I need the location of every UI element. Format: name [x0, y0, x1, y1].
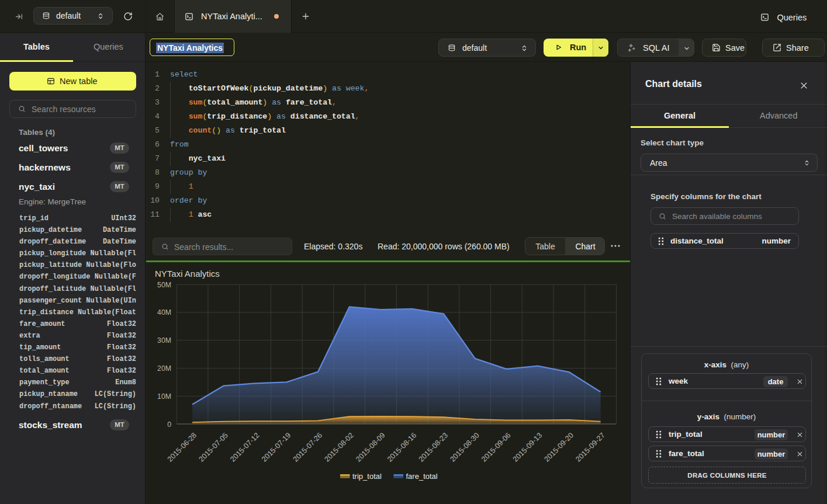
svg-text:trip_total: trip_total — [352, 472, 382, 481]
svg-text:2015-06-28: 2015-06-28 — [166, 431, 198, 463]
svg-text:40M: 40M — [157, 308, 171, 317]
svg-text:2015-09-20: 2015-09-20 — [543, 431, 575, 463]
svg-text:0: 0 — [167, 420, 171, 429]
svg-text:2015-07-05: 2015-07-05 — [197, 431, 229, 463]
svg-text:2015-08-30: 2015-08-30 — [448, 431, 480, 463]
svg-text:2015-08-23: 2015-08-23 — [417, 431, 449, 463]
svg-text:2015-09-06: 2015-09-06 — [480, 431, 512, 463]
svg-text:fare_total: fare_total — [406, 472, 438, 481]
svg-text:NYTaxi Analytics: NYTaxi Analytics — [155, 269, 220, 279]
svg-text:2015-08-09: 2015-08-09 — [354, 431, 386, 463]
svg-text:2015-08-02: 2015-08-02 — [323, 431, 355, 463]
svg-text:20M: 20M — [157, 364, 171, 373]
svg-text:10M: 10M — [157, 392, 171, 401]
svg-text:2015-07-12: 2015-07-12 — [229, 431, 261, 463]
svg-text:30M: 30M — [157, 336, 171, 345]
svg-text:2015-07-19: 2015-07-19 — [260, 431, 292, 463]
svg-text:2015-09-27: 2015-09-27 — [574, 431, 606, 463]
svg-text:50M: 50M — [157, 281, 171, 289]
svg-text:2015-07-26: 2015-07-26 — [292, 431, 324, 463]
svg-text:2015-09-13: 2015-09-13 — [511, 431, 544, 463]
svg-text:2015-08-16: 2015-08-16 — [386, 431, 418, 463]
